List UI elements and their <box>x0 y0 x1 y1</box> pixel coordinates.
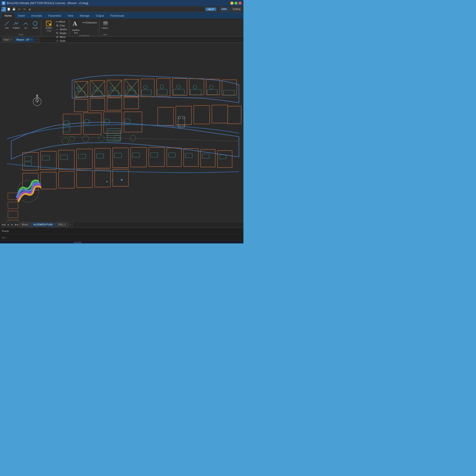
layout-tab-model[interactable]: Model <box>19 222 30 227</box>
taskbar-taskview[interactable]: ⊡ <box>19 242 28 244</box>
layout-tabs: ◀◀ ◀ ▶ ▶▶ Model ALGEMEEN PLAN DEEL 2 + <box>0 221 243 228</box>
tab-annotate[interactable]: Annotate <box>28 13 45 18</box>
taskbar-bricspad[interactable]: B <box>37 242 46 244</box>
annotations-group-label: Annotations <box>71 34 98 37</box>
app-title: BricsCAD Ultimate (NOT FOR RESALE Licens… <box>7 1 229 5</box>
copy-button[interactable]: ⧉ Copy <box>55 24 68 27</box>
ribbon-group-layers: Layers... Laye... <box>99 19 112 36</box>
layout-tab-algemeen[interactable]: ALGEMEEN PLAN <box>31 222 55 227</box>
ribbon-group-draw: Line Polyline Arc Circle Draw <box>1 19 41 36</box>
help-button[interactable]: HELP <box>205 7 216 11</box>
tab-output[interactable]: Output <box>93 13 107 18</box>
circle-button[interactable]: Circle <box>31 20 40 30</box>
stretch-label: Stretch <box>60 28 67 31</box>
layers-label: Layers... <box>102 27 110 29</box>
layout-add-button[interactable]: + <box>68 223 73 227</box>
new-button[interactable]: 📄 <box>7 7 11 12</box>
svg-rect-123 <box>8 202 18 209</box>
layout-nav-next[interactable]: ▶ <box>10 223 15 227</box>
line-button[interactable]: Line <box>2 20 11 30</box>
command-input-area <box>0 234 243 241</box>
mirror-button[interactable]: ⇌ Mirror <box>55 35 68 39</box>
model-tab-label: Model <box>22 223 28 226</box>
bricspad-icon[interactable]: B <box>1 7 6 12</box>
new-tab-button[interactable]: + <box>35 37 40 42</box>
tab-insert[interactable]: Insert <box>15 13 28 18</box>
svg-line-0 <box>5 21 9 25</box>
taskbar: ⊞ 🔍 ⊡ 📁 B W ✉ A W 👥 N X AC 🔔 12:00 <box>0 241 243 243</box>
layout-nav-first[interactable]: ◀◀ <box>1 223 5 227</box>
layout-nav-prev[interactable]: ◀ <box>6 223 10 227</box>
rotate-label: Rotate <box>60 32 66 34</box>
layers-button[interactable]: Layers... <box>101 20 110 30</box>
copy-icon: ⧉ <box>56 24 59 27</box>
stretch-button[interactable]: ↔ Stretch <box>55 28 68 31</box>
polyline-button[interactable]: Polyline <box>12 20 21 30</box>
ribbon-group-modify: Guided - Copy ⟷ Move ⧉ Copy ↔ Stretch <box>41 19 69 36</box>
layers-icon <box>102 20 109 27</box>
drafting-mode-btn[interactable]: Drafting <box>231 7 242 11</box>
redo-button[interactable]: ↪ <box>22 7 27 12</box>
quick-access-toolbar: B 📄 💾 ↩ ↪ 🖨 HELP 2dWir... Drafting <box>0 6 243 12</box>
minimize-button[interactable] <box>230 1 234 5</box>
mirror-icon: ⇌ <box>56 35 59 38</box>
multiline-text-button[interactable]: A Multiline Text <box>71 20 81 34</box>
modify-buttons: Guided - Copy ⟷ Move ⧉ Copy ↔ Stretch <box>43 20 68 43</box>
canvas-area[interactable]: N ① ② ③ <box>0 43 243 221</box>
tab-resort[interactable]: Resort - v3* × <box>14 37 34 42</box>
taskbar-notifications[interactable]: 🔔 <box>227 242 236 244</box>
rotate-button[interactable]: ↻ Rotate <box>55 31 68 35</box>
layout-nav-last[interactable]: ▶▶ <box>15 223 19 227</box>
polyline-icon <box>13 20 19 27</box>
svg-rect-6 <box>103 22 108 22</box>
svg-text:A: A <box>73 20 77 27</box>
undo-button[interactable]: ↩ <box>17 7 21 12</box>
arc-icon <box>22 20 29 27</box>
view-mode-btn[interactable]: 2dWir... <box>220 7 230 11</box>
taskbar-onenote[interactable]: N <box>101 242 109 244</box>
taskbar-fileexplorer[interactable]: 📁 <box>28 242 36 244</box>
taskbar-teams[interactable]: 👥 <box>91 242 100 244</box>
dimension-button[interactable]: ⟺ Dimension <box>81 21 98 24</box>
tab-pointclouds[interactable]: Pointclouds <box>107 13 127 18</box>
multiline-text-label: Multiline <box>72 29 80 31</box>
resort-tab-close[interactable]: × <box>31 38 32 41</box>
taskbar-excel[interactable]: X <box>110 242 118 244</box>
scale-button[interactable]: ⤢ Scale <box>55 39 68 43</box>
close-button[interactable] <box>238 1 242 5</box>
svg-rect-125 <box>8 220 18 221</box>
save-button[interactable]: 💾 <box>12 7 16 12</box>
taskbar-office[interactable]: W <box>55 242 64 244</box>
line-label: Line <box>5 27 9 29</box>
guided-label: Guided <box>45 27 51 29</box>
maximize-button[interactable] <box>234 1 238 5</box>
taskbar-chrome[interactable] <box>46 242 54 244</box>
guided-button[interactable]: Guided - Copy <box>43 20 54 33</box>
dimension-icon: ⟺ <box>82 21 85 24</box>
svg-rect-124 <box>8 211 18 218</box>
taskbar-outlook[interactable]: ✉ <box>65 242 73 244</box>
app-icon: B <box>2 1 5 5</box>
taskbar-search[interactable]: 🔍 <box>10 242 18 244</box>
move-button[interactable]: ⟷ Move <box>55 20 68 23</box>
layout-tab-deel[interactable]: DEEL 2 <box>55 222 68 227</box>
taskbar-acad2[interactable]: AC <box>119 242 127 244</box>
taskbar-word[interactable]: W <box>83 242 91 244</box>
stretch-icon: ↔ <box>56 28 59 31</box>
tab-start[interactable]: Start × <box>1 37 14 42</box>
copy-label: Copy <box>60 24 65 27</box>
print-button[interactable]: 🖨 <box>27 7 32 12</box>
tab-view[interactable]: View <box>65 13 77 18</box>
ribbon-content: Line Polyline Arc Circle Draw <box>0 18 243 36</box>
dimension-label: Dimension <box>86 21 97 24</box>
start-tab-close[interactable]: × <box>10 38 12 41</box>
taskbar-bricsapp[interactable]: A <box>73 242 82 244</box>
command-input[interactable] <box>2 236 242 239</box>
tab-parametric[interactable]: Parametric <box>45 13 65 18</box>
layers-group-label: Laye... <box>101 33 110 36</box>
arc-button[interactable]: Arc <box>21 20 30 30</box>
tab-manage[interactable]: Manage <box>77 13 93 18</box>
tab-home[interactable]: Home <box>1 13 15 18</box>
multiline-text-icon: A <box>72 20 79 29</box>
taskbar-start[interactable]: ⊞ <box>1 242 9 244</box>
